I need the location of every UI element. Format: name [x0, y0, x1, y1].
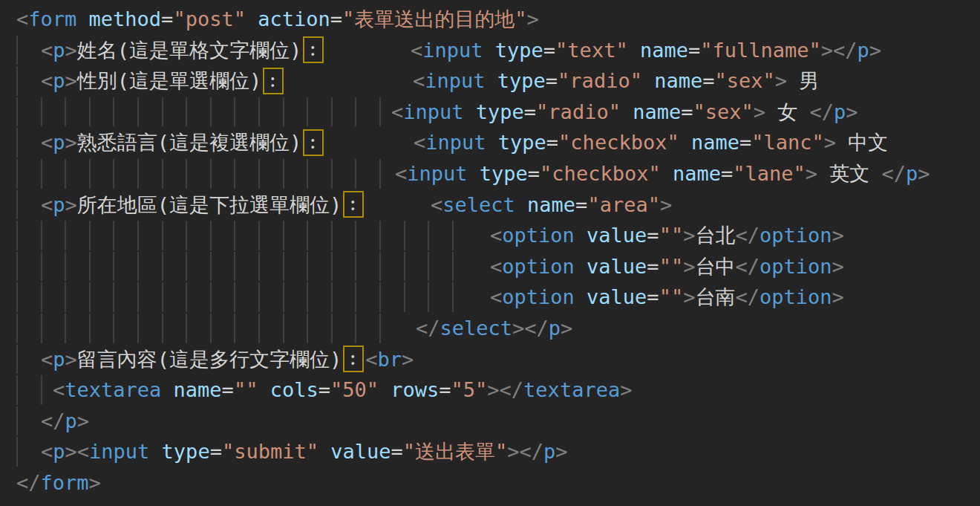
code-line[interactable]: <p>性別(這是單選欄位)︰<input type="radio" name="…: [0, 65, 980, 97]
code-token: option: [760, 285, 832, 308]
code-line[interactable]: </p>: [0, 406, 980, 437]
code-line[interactable]: <form method="post" action="表單送出的目的地">: [0, 4, 980, 35]
code-token: =: [546, 69, 558, 92]
code-token: "checkbox": [558, 131, 679, 154]
code-segment: <option value="">台北</option>: [490, 220, 844, 251]
code-token: type: [162, 440, 210, 463]
code-token: >: [487, 378, 499, 401]
code-line[interactable]: <input type="radio" name="sex"> 女 </p>: [0, 97, 980, 128]
code-token: [379, 378, 391, 401]
highlighted-unicode-colon: ︰: [303, 129, 324, 156]
code-token: name: [640, 39, 688, 62]
code-token: <: [431, 193, 442, 216]
code-token: </: [41, 409, 65, 432]
code-token: <: [41, 39, 53, 62]
indent-guides: [16, 66, 18, 96]
code-line[interactable]: <option value="">台南</option>: [0, 282, 980, 313]
indent-guides: [16, 406, 18, 436]
code-token: "": [659, 285, 684, 308]
code-token: [575, 255, 587, 278]
code-line[interactable]: <p>熟悉語言(這是複選欄位)︰<input type="checkbox" n…: [0, 127, 980, 158]
code-line[interactable]: </select></p>: [0, 313, 980, 344]
code-token: >: [65, 69, 77, 92]
code-token: method: [89, 7, 162, 30]
code-token: >: [754, 100, 765, 123]
code-token: value: [587, 255, 647, 278]
code-token: <: [77, 440, 89, 463]
code-token: p: [834, 100, 846, 123]
code-token: >: [77, 409, 89, 432]
code-token: [642, 69, 654, 92]
code-line[interactable]: <p>留言內容(這是多行文字欄位)︰<br>: [0, 344, 980, 375]
code-segment: <p>熟悉語言(這是複選欄位)︰: [41, 127, 325, 159]
code-token: >: [555, 440, 567, 463]
code-token: "5": [451, 378, 488, 401]
code-token: [628, 39, 640, 62]
code-token: >: [561, 317, 572, 340]
code-token: </: [810, 100, 834, 123]
code-token: =: [524, 100, 536, 123]
code-token: option: [502, 255, 575, 278]
code-token: 性別(這是單選欄位): [77, 69, 262, 92]
code-line[interactable]: <option value="">台北</option>: [0, 220, 980, 251]
code-token: "post": [173, 7, 246, 30]
code-token: </: [520, 440, 544, 463]
code-token: =: [575, 193, 587, 216]
code-line[interactable]: <textarea name="" cols="50" rows="5"></t…: [0, 374, 980, 406]
code-token: </: [833, 39, 858, 62]
code-token: <: [490, 255, 502, 278]
code-token: option: [502, 285, 575, 308]
code-segment: </select></p>: [416, 313, 572, 344]
code-token: input: [89, 440, 149, 463]
code-token: p: [906, 162, 918, 185]
highlighted-unicode-colon: ︰: [263, 68, 284, 94]
indent-guides: [16, 375, 42, 405]
code-token: <: [490, 224, 502, 247]
code-token: >: [65, 440, 77, 463]
code-line[interactable]: <option value="">台中</option>: [0, 251, 980, 282]
code-line[interactable]: <input type="checkbox" name="lane"> 英文 <…: [0, 158, 980, 189]
code-token: >: [824, 131, 836, 154]
code-token: >: [832, 285, 843, 308]
indent-guides: [16, 97, 381, 127]
code-line[interactable]: <p><input type="submit" value="送出表單"></p…: [0, 436, 980, 467]
code-token: name: [673, 162, 721, 185]
code-segment: <option value="">台中</option>: [490, 251, 844, 282]
code-token: "": [659, 224, 684, 247]
code-token: value: [587, 285, 647, 308]
code-token: [246, 7, 258, 30]
indent-guides: [16, 282, 454, 312]
code-token: <: [391, 100, 403, 123]
code-token: "fullname": [700, 39, 821, 62]
code-token: type: [498, 131, 546, 154]
code-token: [483, 39, 495, 62]
code-token: option: [760, 255, 832, 278]
code-token: type: [480, 162, 528, 185]
code-token: p: [53, 348, 65, 371]
code-token: p: [549, 317, 561, 340]
code-token: >: [869, 39, 881, 62]
code-line[interactable]: <p>姓名(這是單格文字欄位)︰<input type="text" name=…: [0, 35, 980, 66]
code-token: "": [659, 255, 684, 278]
code-token: <: [490, 285, 502, 308]
code-token: >: [65, 348, 77, 371]
code-token: >: [683, 255, 695, 278]
code-token: "": [234, 378, 258, 401]
code-line[interactable]: </form>: [0, 467, 980, 499]
code-segment: <p>姓名(這是單格文字欄位)︰: [41, 35, 325, 67]
code-segment: <textarea name="" cols="50" rows="5"></t…: [53, 374, 632, 406]
code-line[interactable]: <p>所在地區(這是下拉選單欄位)︰<select name="area">: [0, 189, 980, 221]
indent-guides: [16, 252, 454, 282]
code-segment: <input type="checkbox" name="lane"> 英文 <…: [395, 158, 930, 189]
indent-guides: [16, 437, 18, 467]
highlighted-unicode-colon: ︰: [343, 346, 364, 372]
indent-guides: [16, 221, 454, 250]
code-token: <: [414, 131, 425, 154]
code-token: 中文: [836, 131, 888, 154]
code-token: </: [882, 162, 906, 185]
code-token: p: [858, 39, 869, 62]
code-token: =: [681, 100, 693, 123]
code-token: input: [425, 69, 485, 92]
code-token: "checkbox": [540, 162, 661, 185]
code-editor[interactable]: <form method="post" action="表單送出的目的地"><p…: [0, 0, 980, 506]
